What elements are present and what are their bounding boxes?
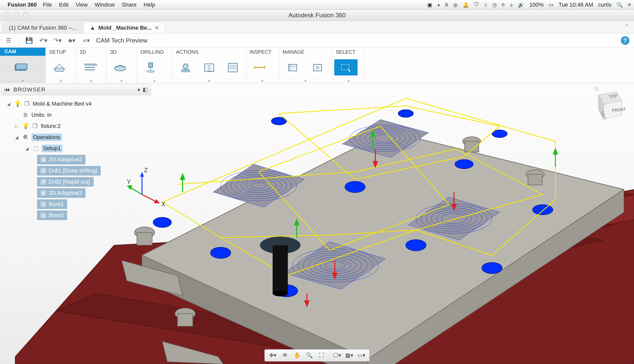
- bluetooth-icon[interactable]: ⎋: [502, 2, 505, 8]
- tool-library-button[interactable]: [281, 59, 304, 75]
- close-tab-icon[interactable]: ✕: [155, 25, 159, 31]
- tree-root[interactable]: ◢ 💡 ❐ Mold & Machine Bed v4: [5, 98, 152, 109]
- post-process-button[interactable]: G1G2G3: [198, 59, 220, 75]
- drilling-button[interactable]: [139, 59, 162, 75]
- menu-window[interactable]: Window: [95, 2, 115, 8]
- svg-point-73: [153, 217, 171, 227]
- clock-icon[interactable]: ◷: [492, 2, 497, 8]
- rewind-icon[interactable]: ⏮: [4, 86, 10, 93]
- tree-op[interactable]: ◈2D Adaptive2: [5, 154, 152, 165]
- app-name[interactable]: Fusion 360: [8, 2, 37, 8]
- setup-button[interactable]: [48, 59, 71, 75]
- tab-label: Mold _Machine Be...: [98, 25, 152, 31]
- ribbon-dropdown-icon[interactable]: ▼: [46, 79, 76, 83]
- collapse-tabbar-icon[interactable]: ⌃: [624, 23, 629, 30]
- close-window-button[interactable]: [5, 12, 10, 18]
- tree-operations[interactable]: ◢ 🛠 Operations: [5, 132, 152, 143]
- 3d-button[interactable]: [109, 59, 132, 75]
- setup-sheet-button[interactable]: [222, 59, 244, 75]
- spotlight-icon[interactable]: 🔍: [617, 2, 623, 8]
- component-icon: ❐: [24, 101, 30, 107]
- ribbon-dropdown-icon[interactable]: ▼: [172, 79, 246, 83]
- disclosure-icon[interactable]: ◢: [15, 135, 20, 140]
- disclosure-icon[interactable]: ◢: [7, 102, 12, 106]
- tree-setup[interactable]: ◢ ⬚ Setup1: [5, 143, 152, 154]
- lightbulb-icon[interactable]: 💡: [22, 123, 29, 129]
- dropbox-icon[interactable]: ⬧: [437, 2, 440, 8]
- tree-op[interactable]: ◎Bore3: [5, 210, 152, 221]
- b-icon[interactable]: b: [445, 2, 448, 8]
- ribbon-dropdown-icon[interactable]: ▼: [0, 79, 45, 83]
- orbit-button[interactable]: ✥▾: [267, 351, 278, 360]
- tree-fixture[interactable]: ▷ 💡 ❐ fixture:2: [5, 121, 152, 132]
- grid-settings-button[interactable]: ▦▾: [344, 351, 355, 360]
- disclosure-icon[interactable]: ◢: [25, 146, 30, 151]
- lightbulb-icon[interactable]: 💡: [14, 101, 21, 107]
- menu-view[interactable]: View: [76, 2, 87, 8]
- display-settings-button[interactable]: 🖵▾: [331, 351, 343, 360]
- camera-icon[interactable]: ▣: [427, 2, 432, 8]
- fit-button[interactable]: ⛶: [316, 351, 327, 360]
- adaptive-icon: ◈: [41, 157, 46, 162]
- look-at-button[interactable]: 👁: [279, 351, 291, 360]
- ribbon-dropdown-icon[interactable]: ▼: [246, 79, 279, 83]
- ribbon-dropdown-icon[interactable]: ▼: [332, 79, 365, 83]
- ribbon-group-header: ACTIONS: [172, 48, 246, 56]
- pan-button[interactable]: ✋: [292, 351, 303, 360]
- menu-file[interactable]: File: [43, 2, 52, 8]
- bell-icon[interactable]: 🔔: [463, 2, 469, 8]
- user-name[interactable]: curtis: [598, 2, 612, 8]
- undo-icon[interactable]: ↶▾: [39, 36, 47, 45]
- document-tab-active[interactable]: ▲ Mold _Machine Be... ✕: [83, 22, 165, 33]
- panel-toggle-icon[interactable]: ☰: [5, 36, 13, 45]
- viewport-layout-button[interactable]: ▭▾: [356, 351, 367, 360]
- op-label: 2D Adaptive3: [49, 190, 82, 196]
- tree-op[interactable]: ◎Bore2: [5, 199, 152, 210]
- window-titlebar: Autodesk Fusion 360: [0, 10, 634, 21]
- tree-op[interactable]: ⦿Drill1 [Deep drilling]: [5, 165, 152, 176]
- ribbon-dropdown-icon[interactable]: ▼: [137, 79, 172, 83]
- share-icon[interactable]: ∝▾: [82, 36, 90, 45]
- browser-header[interactable]: ⏮ BROWSER ● ◧: [1, 84, 151, 95]
- home-status-icon[interactable]: ⌂: [484, 2, 487, 8]
- tree-icon[interactable]: ♣▾: [68, 36, 76, 45]
- battery-text[interactable]: 100%: [529, 2, 543, 8]
- redo-icon[interactable]: ↷▾: [54, 36, 62, 45]
- expand-icon[interactable]: ◧: [143, 86, 148, 93]
- clock-text[interactable]: Tue 10:48 AM: [559, 2, 593, 8]
- menu-share[interactable]: Share: [122, 2, 137, 8]
- measure-button[interactable]: [248, 59, 271, 75]
- cam-workspace-button[interactable]: [2, 59, 40, 75]
- save-icon[interactable]: 💾: [25, 36, 33, 45]
- tree-op[interactable]: ⦿Drill2 [Rapid out]: [5, 176, 152, 187]
- tree-op[interactable]: ◈2D Adaptive3: [5, 187, 152, 199]
- document-icon: 🗎: [22, 112, 29, 118]
- minimize-window-button[interactable]: [14, 12, 19, 18]
- menu-help[interactable]: Help: [144, 2, 155, 8]
- viewcube[interactable]: TOP LEFT FRONT: [588, 86, 626, 124]
- simulate-button[interactable]: [174, 59, 197, 75]
- minimize-dot-icon[interactable]: ●: [137, 86, 140, 93]
- menu-edit[interactable]: Edit: [59, 2, 68, 8]
- tree-units[interactable]: 🗎 Units: in: [5, 109, 152, 121]
- battery-icon[interactable]: ▭: [549, 2, 554, 8]
- volume-icon[interactable]: 🔊: [518, 2, 524, 8]
- svg-point-3: [115, 66, 126, 71]
- shield-icon[interactable]: ⛉: [474, 2, 479, 8]
- zoom-window-button[interactable]: [23, 12, 28, 18]
- ribbon-dropdown-icon[interactable]: ▼: [107, 79, 137, 83]
- wifi-icon[interactable]: ⏚: [510, 2, 513, 8]
- disclosure-icon[interactable]: ▷: [15, 124, 20, 129]
- select-button[interactable]: [334, 59, 358, 75]
- notification-center-icon[interactable]: ≡: [628, 2, 631, 8]
- zoom-button[interactable]: 🔍: [304, 351, 315, 360]
- svg-text:G3: G3: [207, 70, 210, 72]
- ribbon-dropdown-icon[interactable]: ▼: [76, 79, 106, 83]
- cloud-icon[interactable]: ◎: [453, 2, 457, 8]
- 2d-button[interactable]: [78, 59, 101, 75]
- task-manager-button[interactable]: %: [306, 59, 329, 75]
- ribbon-dropdown-icon[interactable]: ▼: [279, 79, 332, 83]
- document-tab[interactable]: (1) CAM for Fusion 360 –...: [3, 22, 82, 33]
- tree-label: Setup1: [42, 145, 62, 152]
- help-button[interactable]: ?: [621, 36, 629, 45]
